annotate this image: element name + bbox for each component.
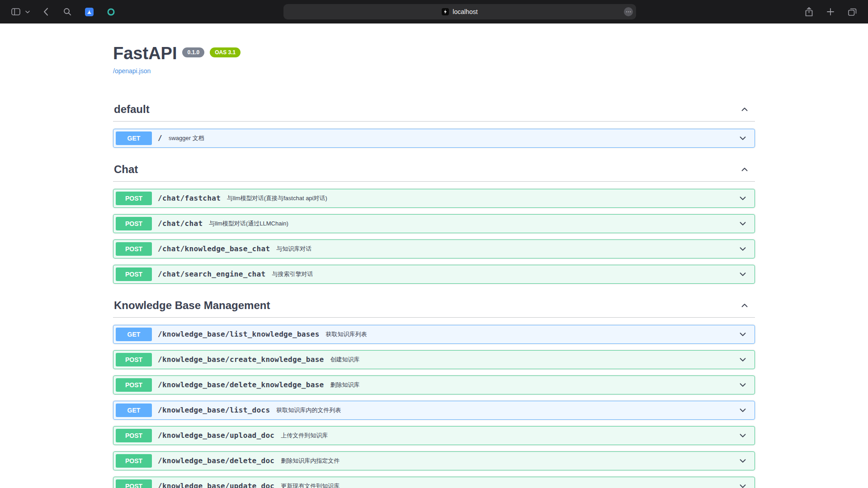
sidebar-menu-button[interactable]	[24, 5, 31, 19]
share-button[interactable]	[802, 5, 816, 19]
section-header[interactable]: default	[113, 99, 755, 122]
endpoint-path: /knowledge_base/update_doc	[158, 482, 274, 488]
endpoint-row[interactable]: GET / swagger 文档	[113, 129, 755, 148]
endpoint-row[interactable]: POST /chat/chat 与llm模型对话(通过LLMChain)	[113, 214, 755, 233]
endpoint-description: 删除知识库	[330, 381, 360, 389]
endpoint-description: 创建知识库	[330, 356, 360, 364]
page-title: FastAPI	[113, 44, 177, 63]
chevron-up-icon[interactable]	[740, 104, 750, 114]
chevron-down-icon[interactable]	[738, 380, 748, 390]
search-button[interactable]	[61, 5, 74, 19]
method-badge: POST	[116, 454, 152, 468]
chevron-up-icon[interactable]	[740, 164, 750, 174]
endpoint-path: /	[158, 134, 162, 142]
endpoint-path: /knowledge_base/create_knowledge_base	[158, 355, 324, 364]
chevron-down-icon[interactable]	[738, 456, 748, 466]
extension-blue-button[interactable]	[82, 5, 96, 19]
endpoint-row[interactable]: POST /knowledge_base/create_knowledge_ba…	[113, 350, 755, 369]
endpoint-path: /chat/search_engine_chat	[158, 270, 265, 278]
chevron-up-icon[interactable]	[740, 300, 750, 310]
section-header[interactable]: Chat	[113, 160, 755, 182]
endpoint-description: 与llm模型对话(直接与fastchat api对话)	[227, 194, 327, 202]
section-title: Knowledge Base Management	[114, 299, 270, 312]
tab-overview-button[interactable]	[845, 5, 859, 19]
endpoint-description: swagger 文档	[169, 134, 204, 142]
chevron-down-icon[interactable]	[738, 329, 748, 339]
extension-blue-icon	[85, 8, 94, 16]
endpoint-description: 与知识库对话	[276, 245, 311, 253]
chevron-down-icon[interactable]	[738, 355, 748, 365]
chevron-down-icon	[25, 10, 30, 14]
url-text: localhost	[453, 8, 477, 15]
extension-ring-button[interactable]	[104, 5, 118, 19]
endpoint-description: 上传文件到知识库	[281, 432, 328, 440]
toolbar-right-group	[802, 5, 859, 19]
method-badge: GET	[116, 328, 152, 341]
section-title: default	[114, 103, 150, 116]
method-badge: GET	[116, 404, 152, 417]
endpoint-row[interactable]: POST /chat/fastchat 与llm模型对话(直接与fastchat…	[113, 189, 755, 208]
api-section: Knowledge Base Management GET /knowledge…	[113, 296, 755, 488]
version-badge: 0.1.0	[182, 47, 204, 57]
address-bar[interactable]: localhost ⋯	[283, 4, 636, 19]
url-bar-area: localhost ⋯	[118, 4, 802, 19]
sections-root: default GET / swagger 文档 Chat POST /chat…	[113, 99, 755, 488]
endpoint-description: 获取知识库列表	[326, 330, 367, 338]
chevron-down-icon[interactable]	[738, 133, 748, 143]
endpoint-row[interactable]: GET /knowledge_base/list_docs 获取知识库内的文件列…	[113, 401, 755, 420]
endpoint-path: /chat/fastchat	[158, 194, 221, 202]
chevron-down-icon[interactable]	[738, 244, 748, 254]
endpoint-list: GET /knowledge_base/list_knowledge_bases…	[113, 325, 755, 488]
endpoint-row[interactable]: POST /chat/search_engine_chat 与搜索引擎对话	[113, 265, 755, 284]
method-badge: POST	[116, 217, 152, 230]
oas-badge: OAS 3.1	[210, 47, 241, 57]
endpoint-path: /chat/knowledge_base_chat	[158, 244, 270, 253]
endpoint-row[interactable]: POST /knowledge_base/update_doc 更新现有文件到知…	[113, 477, 755, 488]
endpoint-row[interactable]: POST /chat/knowledge_base_chat 与知识库对话	[113, 239, 755, 258]
method-badge: POST	[116, 479, 152, 488]
new-tab-button[interactable]	[824, 5, 837, 19]
endpoint-path: /chat/chat	[158, 219, 203, 228]
api-info-header: FastAPI 0.1.0 OAS 3.1	[113, 44, 755, 63]
method-badge: POST	[116, 242, 152, 256]
endpoint-description: 获取知识库内的文件列表	[276, 406, 341, 414]
chevron-down-icon[interactable]	[738, 405, 748, 415]
endpoint-path: /knowledge_base/upload_doc	[158, 431, 274, 440]
browser-toolbar: localhost ⋯	[0, 0, 868, 23]
endpoint-row[interactable]: POST /knowledge_base/delete_doc 删除知识库内指定…	[113, 451, 755, 470]
section-header[interactable]: Knowledge Base Management	[113, 296, 755, 318]
endpoint-description: 更新现有文件到知识库	[281, 482, 340, 488]
site-favicon-icon	[442, 8, 449, 15]
endpoint-path: /knowledge_base/delete_doc	[158, 456, 274, 465]
method-badge: POST	[116, 378, 152, 392]
method-badge: POST	[116, 353, 152, 366]
tabs-icon	[848, 8, 857, 16]
chevron-down-icon[interactable]	[738, 219, 748, 229]
section-title: Chat	[114, 163, 138, 176]
chevron-down-icon[interactable]	[738, 193, 748, 203]
endpoint-row[interactable]: GET /knowledge_base/list_knowledge_bases…	[113, 325, 755, 344]
method-badge: POST	[116, 429, 152, 442]
chevron-down-icon[interactable]	[738, 269, 748, 279]
record-ring-icon	[107, 8, 115, 16]
endpoint-path: /knowledge_base/list_knowledge_bases	[158, 330, 320, 338]
plus-icon	[827, 8, 834, 15]
share-icon	[805, 7, 813, 16]
api-section: default GET / swagger 文档	[113, 99, 755, 148]
sidebar-toggle-button[interactable]	[9, 5, 23, 19]
chevron-left-icon	[43, 8, 48, 16]
sidebar-icon	[11, 8, 20, 15]
endpoint-path: /knowledge_base/delete_knowledge_base	[158, 380, 324, 389]
chevron-down-icon[interactable]	[738, 481, 748, 488]
endpoint-row[interactable]: POST /knowledge_base/delete_knowledge_ba…	[113, 375, 755, 394]
endpoint-description: 与搜索引擎对话	[272, 270, 313, 278]
back-button[interactable]	[39, 5, 52, 19]
endpoint-list: POST /chat/fastchat 与llm模型对话(直接与fastchat…	[113, 189, 755, 284]
endpoint-row[interactable]: POST /knowledge_base/upload_doc 上传文件到知识库	[113, 426, 755, 445]
openapi-spec-link[interactable]: /openapi.json	[113, 67, 151, 75]
swagger-page: FastAPI 0.1.0 OAS 3.1 /openapi.json defa…	[0, 23, 868, 488]
endpoint-path: /knowledge_base/list_docs	[158, 406, 270, 414]
toolbar-left-group	[9, 5, 118, 19]
chevron-down-icon[interactable]	[738, 431, 748, 441]
page-options-button[interactable]: ⋯	[624, 7, 633, 16]
